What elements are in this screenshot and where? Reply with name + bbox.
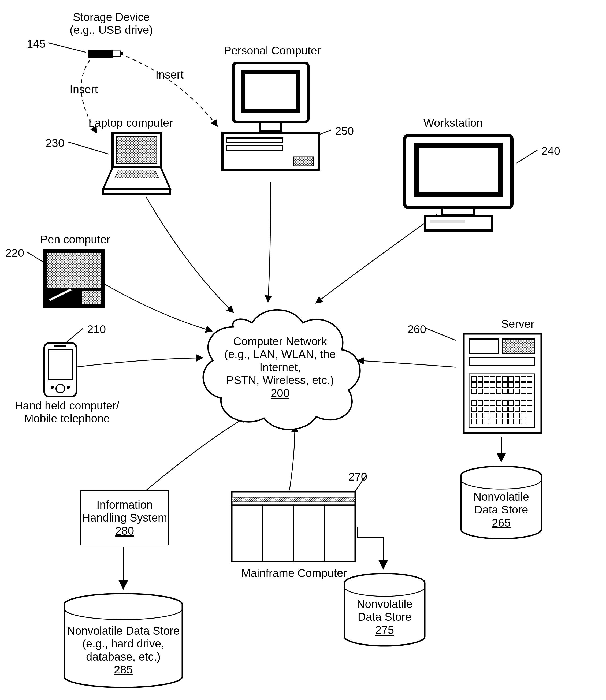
workstation-label: Workstation <box>423 117 483 130</box>
svg-rect-58 <box>521 383 526 388</box>
svg-rect-112 <box>232 505 263 561</box>
svg-rect-88 <box>521 407 526 412</box>
mainframe-label: Mainframe Computer <box>241 567 347 580</box>
pen-icon <box>42 248 106 309</box>
ds-mainframe-line1: Nonvolatile <box>357 598 413 610</box>
svg-rect-92 <box>484 413 489 418</box>
svg-rect-67 <box>515 389 520 394</box>
svg-rect-106 <box>509 419 514 424</box>
svg-rect-89 <box>527 407 532 412</box>
server-ref: 260 <box>407 323 426 336</box>
svg-rect-113 <box>263 505 294 561</box>
svg-rect-6 <box>121 52 123 55</box>
ds-ihs-text: Nonvolatile Data Store (e.g., hard drive… <box>62 625 185 676</box>
svg-rect-23 <box>442 208 474 215</box>
svg-rect-81 <box>478 407 483 412</box>
svg-rect-15 <box>260 122 281 131</box>
storage-ref: 145 <box>27 38 46 50</box>
laptop-ref: 230 <box>46 137 64 149</box>
svg-rect-51 <box>478 383 483 388</box>
svg-rect-74 <box>496 401 501 405</box>
svg-rect-108 <box>521 419 526 424</box>
svg-rect-99 <box>527 413 532 418</box>
svg-rect-60 <box>472 389 476 394</box>
storage-label: Storage Device (e.g., USB drive) <box>70 11 153 37</box>
svg-rect-83 <box>490 407 495 412</box>
svg-rect-85 <box>503 407 507 412</box>
pen-ref: 220 <box>5 247 24 259</box>
server-icon <box>461 331 544 436</box>
svg-point-33 <box>67 386 70 389</box>
ihs-ref: 280 <box>115 524 134 537</box>
svg-rect-87 <box>515 407 520 412</box>
svg-rect-62 <box>484 389 489 394</box>
svg-rect-104 <box>496 419 501 424</box>
svg-rect-28 <box>82 291 100 304</box>
workstation-ref: 240 <box>541 145 560 158</box>
cloud-line3: PSTN, Wireless, etc.) <box>226 374 334 387</box>
svg-rect-17 <box>227 138 283 143</box>
svg-rect-96 <box>509 413 514 418</box>
svg-marker-10 <box>115 170 159 178</box>
svg-rect-50 <box>472 383 476 388</box>
svg-rect-115 <box>324 505 355 561</box>
svg-rect-45 <box>503 376 507 381</box>
ihs-box: Information Handling System 280 <box>80 490 169 545</box>
svg-rect-41 <box>478 376 483 381</box>
svg-rect-55 <box>503 383 507 388</box>
svg-rect-98 <box>521 413 526 418</box>
svg-rect-82 <box>484 407 489 412</box>
svg-rect-69 <box>527 389 532 394</box>
ds-server-text: Nonvolatile Data Store 265 <box>458 490 544 529</box>
svg-rect-91 <box>478 413 483 418</box>
svg-rect-68 <box>521 389 526 394</box>
svg-rect-102 <box>484 419 489 424</box>
insert-label-left: Insert <box>70 83 98 96</box>
svg-rect-24 <box>425 216 492 231</box>
svg-rect-65 <box>503 389 507 394</box>
ds-server-ref: 265 <box>492 516 511 529</box>
ds-server-line2: Data Store <box>474 503 528 516</box>
svg-rect-76 <box>509 401 514 405</box>
svg-rect-61 <box>478 389 483 394</box>
svg-rect-114 <box>294 505 324 561</box>
mainframe-ref: 270 <box>348 470 367 483</box>
svg-rect-105 <box>503 419 507 424</box>
cloud-line1: Computer Network <box>233 335 327 348</box>
svg-rect-94 <box>496 413 501 418</box>
svg-rect-42 <box>484 376 489 381</box>
svg-rect-48 <box>521 376 526 381</box>
svg-rect-14 <box>245 74 296 109</box>
handheld-icon <box>42 342 79 398</box>
ds-mainframe-line2: Data Store <box>358 610 412 623</box>
svg-rect-59 <box>527 383 532 388</box>
ds-mainframe-text: Nonvolatile Data Store 275 <box>342 598 427 636</box>
svg-rect-73 <box>490 401 495 405</box>
svg-rect-40 <box>472 376 476 381</box>
pc-label: Personal Computer <box>224 44 321 57</box>
svg-rect-78 <box>521 401 526 405</box>
svg-rect-25 <box>430 220 465 223</box>
svg-rect-27 <box>47 253 100 288</box>
svg-rect-100 <box>472 419 476 424</box>
svg-rect-70 <box>472 401 476 405</box>
svg-rect-71 <box>478 401 483 405</box>
mainframe-icon <box>231 490 356 565</box>
svg-rect-103 <box>490 419 495 424</box>
svg-rect-57 <box>515 383 520 388</box>
svg-rect-90 <box>472 413 476 418</box>
svg-rect-111 <box>232 497 355 502</box>
svg-rect-11 <box>103 189 170 194</box>
svg-rect-56 <box>509 383 514 388</box>
svg-rect-95 <box>503 413 507 418</box>
svg-rect-66 <box>509 389 514 394</box>
svg-rect-72 <box>484 401 489 405</box>
svg-rect-47 <box>515 376 520 381</box>
svg-rect-107 <box>515 419 520 424</box>
svg-rect-44 <box>496 376 501 381</box>
svg-rect-46 <box>509 376 514 381</box>
usb-icon <box>87 46 127 62</box>
ds-ihs-line3: database, etc.) <box>86 650 161 663</box>
svg-rect-63 <box>490 389 495 394</box>
ds-ihs-line2: (e.g., hard drive, <box>82 637 164 650</box>
